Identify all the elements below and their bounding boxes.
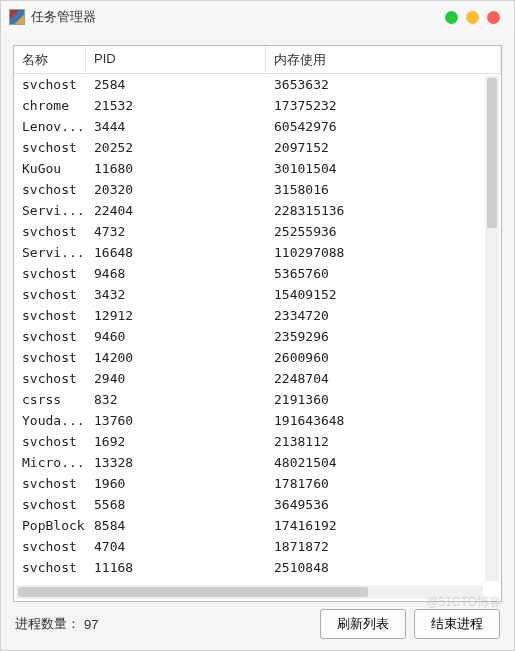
- cell-pid: 2940: [86, 371, 266, 386]
- cell-pid: 9460: [86, 329, 266, 344]
- cell-memory: 17416192: [266, 518, 483, 533]
- process-listview[interactable]: 名称 PID 内存使用 svchost25843653632chrome2153…: [13, 45, 502, 602]
- table-row[interactable]: svchost25843653632: [14, 74, 483, 95]
- table-row[interactable]: svchost111682510848: [14, 557, 483, 578]
- table-row[interactable]: KuGou1168030101504: [14, 158, 483, 179]
- cell-name: Servi...: [14, 245, 86, 260]
- maximize-icon[interactable]: [466, 11, 479, 24]
- table-row[interactable]: svchost94602359296: [14, 326, 483, 347]
- table-row[interactable]: svchost16922138112: [14, 431, 483, 452]
- table-row[interactable]: svchost202522097152: [14, 137, 483, 158]
- cell-pid: 14200: [86, 350, 266, 365]
- cell-name: svchost: [14, 287, 86, 302]
- app-icon: [9, 9, 25, 25]
- table-row[interactable]: svchost29402248704: [14, 368, 483, 389]
- minimize-icon[interactable]: [445, 11, 458, 24]
- cell-pid: 13760: [86, 413, 266, 428]
- table-row[interactable]: svchost55683649536: [14, 494, 483, 515]
- cell-memory: 15409152: [266, 287, 483, 302]
- table-row[interactable]: Micro...1332848021504: [14, 452, 483, 473]
- cell-name: PopBlock: [14, 518, 86, 533]
- cell-pid: 22404: [86, 203, 266, 218]
- cell-name: svchost: [14, 77, 86, 92]
- table-row[interactable]: Servi...22404228315136: [14, 200, 483, 221]
- window-controls: [445, 11, 500, 24]
- cell-name: svchost: [14, 329, 86, 344]
- horizontal-scrollbar[interactable]: [16, 585, 483, 599]
- cell-memory: 60542976: [266, 119, 483, 134]
- cell-name: svchost: [14, 476, 86, 491]
- cell-name: Micro...: [14, 455, 86, 470]
- process-count-value: 97: [84, 617, 98, 632]
- content-area: 名称 PID 内存使用 svchost25843653632chrome2153…: [1, 33, 514, 650]
- column-header-pid[interactable]: PID: [86, 46, 266, 73]
- cell-memory: 1781760: [266, 476, 483, 491]
- cell-memory: 1871872: [266, 539, 483, 554]
- cell-name: Youda...: [14, 413, 86, 428]
- cell-name: svchost: [14, 350, 86, 365]
- refresh-button[interactable]: 刷新列表: [320, 609, 406, 639]
- footer: 进程数量： 97 刷新列表 结束进程: [13, 602, 502, 642]
- cell-name: chrome: [14, 98, 86, 113]
- table-row[interactable]: svchost19601781760: [14, 473, 483, 494]
- vertical-scrollbar[interactable]: [485, 76, 499, 581]
- table-row[interactable]: Servi...16648110297088: [14, 242, 483, 263]
- table-row[interactable]: svchost47041871872: [14, 536, 483, 557]
- cell-pid: 5568: [86, 497, 266, 512]
- close-icon[interactable]: [487, 11, 500, 24]
- cell-pid: 1692: [86, 434, 266, 449]
- table-row[interactable]: Youda...13760191643648: [14, 410, 483, 431]
- table-row[interactable]: svchost203203158016: [14, 179, 483, 200]
- horizontal-scroll-thumb[interactable]: [18, 587, 368, 597]
- table-row[interactable]: csrss8322191360: [14, 389, 483, 410]
- cell-pid: 832: [86, 392, 266, 407]
- cell-memory: 2600960: [266, 350, 483, 365]
- cell-name: svchost: [14, 266, 86, 281]
- table-row[interactable]: svchost94685365760: [14, 263, 483, 284]
- window-title: 任务管理器: [31, 8, 96, 26]
- cell-memory: 2359296: [266, 329, 483, 344]
- task-manager-window: 任务管理器 名称 PID 内存使用 svchost25843653632chro…: [0, 0, 515, 651]
- cell-memory: 25255936: [266, 224, 483, 239]
- end-process-button[interactable]: 结束进程: [414, 609, 500, 639]
- cell-memory: 2510848: [266, 560, 483, 575]
- cell-pid: 12912: [86, 308, 266, 323]
- cell-name: svchost: [14, 182, 86, 197]
- table-row[interactable]: svchost473225255936: [14, 221, 483, 242]
- column-header-memory[interactable]: 内存使用: [266, 46, 501, 73]
- cell-pid: 3444: [86, 119, 266, 134]
- cell-memory: 48021504: [266, 455, 483, 470]
- cell-pid: 9468: [86, 266, 266, 281]
- table-row[interactable]: svchost129122334720: [14, 305, 483, 326]
- listview-header: 名称 PID 内存使用: [14, 46, 501, 74]
- cell-name: svchost: [14, 497, 86, 512]
- vertical-scroll-thumb[interactable]: [487, 78, 497, 228]
- cell-name: svchost: [14, 560, 86, 575]
- cell-name: svchost: [14, 140, 86, 155]
- column-header-name[interactable]: 名称: [14, 46, 86, 73]
- table-row[interactable]: svchost343215409152: [14, 284, 483, 305]
- table-row[interactable]: Lenov...344460542976: [14, 116, 483, 137]
- cell-name: svchost: [14, 224, 86, 239]
- cell-pid: 16648: [86, 245, 266, 260]
- cell-memory: 5365760: [266, 266, 483, 281]
- cell-name: svchost: [14, 434, 86, 449]
- cell-memory: 3158016: [266, 182, 483, 197]
- cell-name: svchost: [14, 539, 86, 554]
- cell-pid: 20252: [86, 140, 266, 155]
- cell-pid: 3432: [86, 287, 266, 302]
- cell-memory: 30101504: [266, 161, 483, 176]
- cell-memory: 110297088: [266, 245, 483, 260]
- table-row[interactable]: PopBlock858417416192: [14, 515, 483, 536]
- cell-memory: 2248704: [266, 371, 483, 386]
- cell-pid: 2584: [86, 77, 266, 92]
- cell-memory: 2191360: [266, 392, 483, 407]
- titlebar[interactable]: 任务管理器: [1, 1, 514, 33]
- cell-memory: 17375232: [266, 98, 483, 113]
- cell-name: KuGou: [14, 161, 86, 176]
- cell-pid: 1960: [86, 476, 266, 491]
- cell-pid: 11680: [86, 161, 266, 176]
- table-row[interactable]: chrome2153217375232: [14, 95, 483, 116]
- table-row[interactable]: svchost142002600960: [14, 347, 483, 368]
- cell-memory: 3649536: [266, 497, 483, 512]
